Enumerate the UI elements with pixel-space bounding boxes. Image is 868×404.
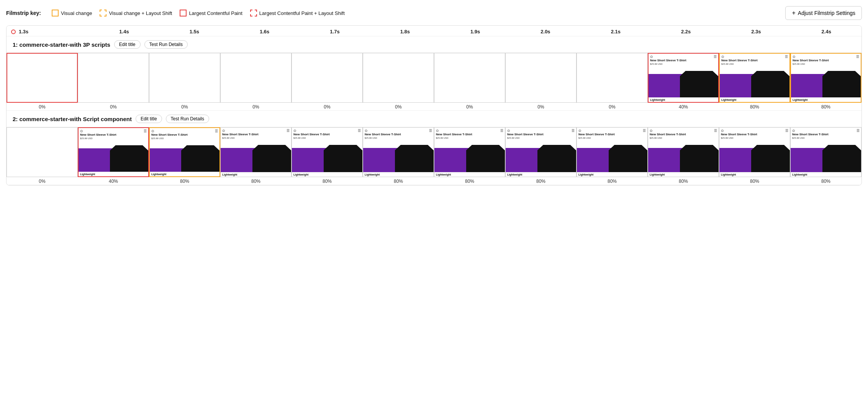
timeline-tick-2.1s: 2.1s — [581, 29, 651, 34]
legend-items: Filmstrip key: Visual change Visual chan… — [6, 10, 345, 16]
product-price: $25.99 USD — [507, 137, 575, 139]
frame-img-1-10[interactable]: ⊙☰New Short Sleeve T-Shirt$25.99 USDLigh… — [719, 53, 790, 103]
product-image-area — [221, 140, 291, 172]
product-price: $25.99 USD — [80, 137, 147, 140]
frame-img-2-10[interactable]: ⊙☰New Short Sleeve T-Shirt$25.99 USDLigh… — [719, 127, 790, 177]
product-title: New Short Sleeve T-Shirt — [721, 59, 788, 62]
timeline-tick-2.2s: 2.2s — [651, 29, 721, 34]
camera-icon: ⊙ — [792, 129, 795, 133]
frame-pct-2-11: 80% — [821, 177, 830, 185]
frame-pct-2-0: 0% — [39, 177, 45, 185]
product-price: $25.99 USD — [365, 137, 432, 139]
frame-cell-2-9: ⊙☰New Short Sleeve T-Shirt$25.99 USDLigh… — [648, 127, 719, 185]
black-shirt-image — [680, 71, 718, 97]
legend-box-red-solid — [180, 10, 187, 16]
menu-icon: ☰ — [856, 55, 859, 59]
frame-img-2-5[interactable]: ⊙☰New Short Sleeve T-Shirt$25.99 USDLigh… — [363, 127, 434, 177]
product-title: New Short Sleeve T-Shirt — [293, 133, 361, 136]
frame-img-2-11[interactable]: ⊙☰New Short Sleeve T-Shirt$25.99 USDLigh… — [790, 127, 861, 177]
frame-img-1-6[interactable] — [434, 53, 505, 103]
frame-img-1-11[interactable]: ⊙☰New Short Sleeve T-Shirt$25.99 USDLigh… — [790, 53, 861, 103]
product-card-icons: ⊙☰ — [650, 129, 717, 133]
frame-cell-1-10: ⊙☰New Short Sleeve T-Shirt$25.99 USDLigh… — [719, 53, 790, 110]
frame-cell-1-2: 0% — [149, 53, 220, 110]
frame-img-1-9[interactable]: ⊙☰New Short Sleeve T-Shirt$25.99 USDLigh… — [648, 53, 719, 103]
product-image-area — [150, 141, 219, 172]
menu-icon: ☰ — [572, 129, 575, 133]
frame-img-2-6[interactable]: ⊙☰New Short Sleeve T-Shirt$25.99 USDLigh… — [434, 127, 505, 177]
product-card-icons: ⊙☰ — [578, 129, 646, 133]
frame-img-2-2[interactable]: ⊙☰New Short Sleeve T-Shirt$25.99 USDLigh… — [149, 127, 220, 177]
frame-img-2-0[interactable] — [7, 127, 78, 177]
edit-title-button-2[interactable]: Edit title — [136, 115, 162, 123]
timeline-tick-1.6s: 1.6s — [229, 29, 300, 34]
product-image-area — [292, 140, 362, 172]
frame-img-1-3[interactable] — [220, 53, 292, 103]
product-card-icons: ⊙☰ — [507, 129, 575, 133]
product-footer: Lightweight — [150, 172, 219, 176]
camera-icon: ⊙ — [222, 129, 225, 133]
product-image-area — [791, 140, 861, 172]
product-image-area — [79, 141, 148, 172]
menu-icon: ☰ — [358, 129, 361, 133]
product-footer: Lightweight — [292, 172, 362, 177]
frame-pct-1-10: 80% — [750, 103, 759, 110]
frame-img-1-8[interactable] — [576, 53, 648, 103]
frame-img-1-0[interactable] — [7, 53, 78, 103]
frame-img-2-9[interactable]: ⊙☰New Short Sleeve T-Shirt$25.99 USDLigh… — [648, 127, 719, 177]
frame-img-2-1[interactable]: ⊙☰New Short Sleeve T-Shirt$25.99 USDLigh… — [78, 127, 149, 177]
product-image-area — [506, 140, 576, 172]
black-shirt-image — [751, 145, 790, 172]
frame-pct-2-1: 40% — [109, 177, 118, 185]
frame-img-2-4[interactable]: ⊙☰New Short Sleeve T-Shirt$25.99 USDLigh… — [292, 127, 363, 177]
timeline-tick-1.8s: 1.8s — [370, 29, 440, 34]
timeline-tick-2.4s: 2.4s — [791, 29, 861, 34]
frame-pct-1-5: 0% — [395, 103, 401, 110]
test-run-details-button-1[interactable]: Test Run Details — [144, 40, 188, 49]
frame-img-2-8[interactable]: ⊙☰New Short Sleeve T-Shirt$25.99 USDLigh… — [576, 127, 648, 177]
product-card-icons: ⊙☰ — [365, 129, 432, 133]
adjust-filmstrip-button[interactable]: + Adjust Filmstrip Settings — [785, 6, 862, 20]
timeline-tick-1.5s: 1.5s — [159, 29, 229, 34]
product-price: $25.99 USD — [222, 137, 290, 139]
menu-icon: ☰ — [215, 129, 218, 133]
product-card-icons: ⊙☰ — [650, 55, 717, 59]
frame-img-2-7[interactable]: ⊙☰New Short Sleeve T-Shirt$25.99 USDLigh… — [505, 127, 576, 177]
frame-img-1-1[interactable] — [78, 53, 149, 103]
frame-img-1-5[interactable] — [363, 53, 434, 103]
black-shirt-image — [181, 145, 219, 172]
timeline-tick-1.9s: 1.9s — [440, 29, 510, 34]
legend-box-yellow-solid — [52, 10, 59, 16]
product-title: New Short Sleeve T-Shirt — [792, 133, 860, 136]
frame-cell-2-3: ⊙☰New Short Sleeve T-Shirt$25.99 USDLigh… — [220, 127, 292, 185]
legend-bar: Filmstrip key: Visual change Visual chan… — [6, 6, 862, 20]
camera-icon: ⊙ — [650, 55, 653, 59]
product-card-icons: ⊙☰ — [721, 129, 788, 133]
test-title-1: 1: commerce-starter-with 3P scripts — [13, 41, 110, 48]
frame-pct-1-4: 0% — [324, 103, 330, 110]
camera-icon: ⊙ — [151, 129, 154, 133]
camera-icon: ⊙ — [650, 129, 653, 133]
product-footer: Lightweight — [506, 172, 576, 177]
timeline-ticks: 1.3s1.4s1.5s1.6s1.7s1.8s1.9s2.0s2.1s2.2s… — [17, 29, 861, 34]
frame-pct-2-9: 80% — [679, 177, 688, 185]
test-run-details-button-2[interactable]: Test Run Details — [166, 115, 209, 123]
frame-img-1-7[interactable] — [505, 53, 576, 103]
edit-title-button-1[interactable]: Edit title — [114, 40, 141, 49]
frame-cell-1-0: 0% — [7, 53, 78, 110]
test-section-1: 1: commerce-starter-with 3P scriptsEdit … — [7, 36, 861, 111]
menu-icon: ☰ — [857, 129, 860, 133]
frame-img-1-2[interactable] — [149, 53, 220, 103]
legend-text-lcp-layout-shift: Largest Contentful Paint + Layout Shift — [259, 10, 345, 16]
timeline-tick-2.0s: 2.0s — [510, 29, 580, 34]
camera-icon: ⊙ — [721, 55, 724, 59]
product-price: $25.99 USD — [721, 137, 788, 139]
frame-img-1-4[interactable] — [292, 53, 363, 103]
product-title: New Short Sleeve T-Shirt — [650, 59, 717, 62]
product-footer: Lightweight — [791, 97, 861, 102]
plus-icon: + — [792, 10, 795, 16]
frame-img-2-3[interactable]: ⊙☰New Short Sleeve T-Shirt$25.99 USDLigh… — [220, 127, 292, 177]
product-card-icons: ⊙☰ — [293, 129, 361, 133]
timeline-header: 1.3s1.4s1.5s1.6s1.7s1.8s1.9s2.0s2.1s2.2s… — [7, 26, 861, 36]
product-price: $25.99 USD — [650, 63, 717, 65]
